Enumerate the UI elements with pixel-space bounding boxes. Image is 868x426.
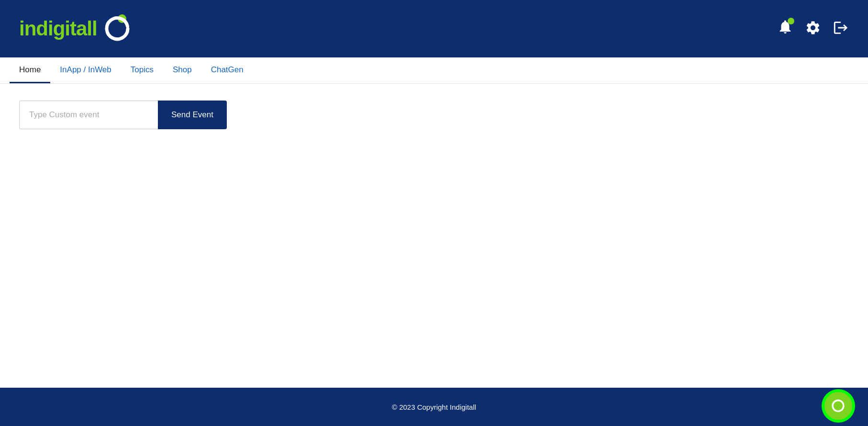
logo-area: indigitall: [19, 14, 133, 44]
chat-fab-button[interactable]: [823, 391, 854, 421]
main-content: Send Event: [0, 84, 868, 388]
tab-home[interactable]: Home: [10, 57, 50, 83]
logo-icon: [103, 14, 133, 44]
tab-topics[interactable]: Topics: [121, 57, 163, 83]
logo-text: indigitall: [19, 17, 97, 40]
custom-event-input[interactable]: [19, 101, 158, 129]
app-footer: © 2023 Copyright Indigitall: [0, 388, 868, 426]
notification-bell[interactable]: [777, 19, 793, 39]
app-header: indigitall: [0, 0, 868, 57]
copyright-text: © 2023 Copyright Indigitall: [392, 403, 476, 411]
tab-shop[interactable]: Shop: [163, 57, 201, 83]
navigation-tabs: Home InApp / InWeb Topics Shop ChatGen: [0, 57, 868, 84]
chat-fab-icon: [831, 398, 846, 414]
tab-inapp-inweb[interactable]: InApp / InWeb: [50, 57, 121, 83]
header-actions: [777, 19, 849, 39]
tab-chatgen[interactable]: ChatGen: [201, 57, 253, 83]
event-form: Send Event: [19, 101, 849, 129]
send-event-button[interactable]: Send Event: [158, 101, 227, 129]
notification-dot: [788, 18, 794, 24]
logout-button[interactable]: [833, 20, 849, 38]
settings-button[interactable]: [805, 20, 821, 38]
